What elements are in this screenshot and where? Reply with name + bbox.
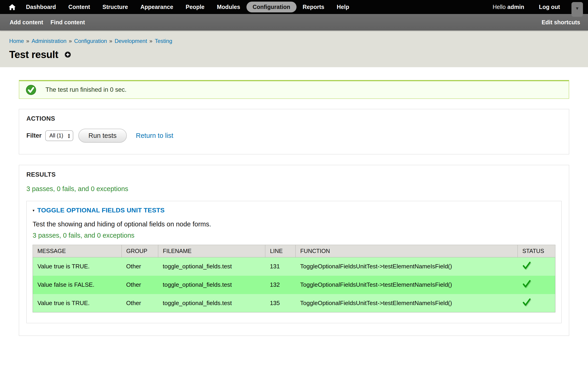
cell-filename: toggle_optional_fields.test (158, 276, 265, 294)
cell-group: Other (121, 257, 158, 276)
test-group-summary: 3 passes, 0 fails, and 0 exceptions (33, 232, 555, 239)
menu-item-structure[interactable]: Structure (96, 2, 134, 12)
cell-message: Value false is FALSE. (33, 276, 122, 294)
select-arrows-icon: ▲ ▼ (67, 133, 70, 139)
cell-filename: toggle_optional_fields.test (158, 294, 265, 312)
column-header-line: LINE (265, 245, 296, 257)
cell-line: 135 (265, 294, 296, 312)
status-ok-icon (26, 85, 36, 95)
pass-check-icon (522, 280, 531, 290)
pass-check-icon (522, 298, 531, 308)
filter-label: Filter (26, 132, 42, 139)
actions-heading: ACTIONS (26, 115, 562, 122)
table-header-row: MESSAGE GROUP FILENAME LINE FUNCTION STA… (33, 245, 555, 257)
results-heading: RESULTS (26, 171, 562, 178)
column-header-filename: FILENAME (158, 245, 265, 257)
results-table: MESSAGE GROUP FILENAME LINE FUNCTION STA… (33, 245, 555, 312)
breadcrumb-separator: » (26, 38, 29, 44)
breadcrumb-development[interactable]: Development (115, 38, 147, 44)
cell-line: 132 (265, 276, 296, 294)
chevron-down-icon: ▼ (575, 6, 579, 17)
cell-status (518, 294, 555, 312)
page-header: Home»Administration»Configuration»Develo… (0, 31, 588, 67)
status-message-text: The test run finished in 0 sec. (45, 86, 127, 93)
cell-status (518, 257, 555, 276)
column-header-function: FUNCTION (296, 245, 518, 257)
breadcrumb-home[interactable]: Home (9, 38, 24, 44)
cell-status (518, 276, 555, 294)
table-row: Value false is FALSE. Other toggle_optio… (33, 276, 555, 294)
home-button[interactable] (5, 4, 20, 10)
column-header-group: GROUP (121, 245, 158, 257)
actions-panel: ACTIONS Filter All (1) ▲ ▼ Run tests Ret… (19, 109, 569, 154)
cell-filename: toggle_optional_fields.test (158, 257, 265, 276)
cell-group: Other (121, 276, 158, 294)
table-row: Value true is TRUE. Other toggle_optiona… (33, 257, 555, 276)
menu-item-content[interactable]: Content (62, 2, 96, 12)
filter-select[interactable]: All (1) ▲ ▼ (45, 130, 73, 141)
breadcrumb-separator: » (149, 38, 152, 44)
results-panel: RESULTS 3 passes, 0 fails, and 0 excepti… (19, 165, 569, 336)
toolbar-menu: Dashboard Content Structure Appearance P… (20, 2, 355, 12)
status-message: The test run finished in 0 sec. (19, 80, 569, 99)
page-title: Test result (9, 49, 58, 60)
cell-line: 131 (265, 257, 296, 276)
add-circle-icon[interactable] (64, 51, 71, 58)
admin-toolbar: Dashboard Content Structure Appearance P… (0, 0, 588, 14)
menu-item-people[interactable]: People (179, 2, 211, 12)
toolbar-user-area: Hello admin Log out (493, 0, 560, 14)
breadcrumb-configuration[interactable]: Configuration (74, 38, 107, 44)
run-tests-button[interactable]: Run tests (78, 129, 127, 143)
edit-shortcuts-link[interactable]: Edit shortcuts (542, 19, 581, 26)
menu-item-help[interactable]: Help (330, 2, 355, 12)
cell-function: ToggleOptionalFieldsUnitTest->testElemen… (296, 294, 518, 312)
user-greeting: Hello admin (493, 4, 524, 10)
menu-item-modules[interactable]: Modules (211, 2, 246, 12)
cell-function: ToggleOptionalFieldsUnitTest->testElemen… (296, 257, 518, 276)
breadcrumb-separator: » (69, 38, 72, 44)
shortcut-add-content[interactable]: Add content (7, 19, 47, 26)
test-group-legend[interactable]: ▾ TOGGLE OPTIONAL FIELDS UNIT TESTS (33, 207, 165, 214)
return-to-list-link[interactable]: Return to list (136, 132, 173, 140)
cell-message: Value true is TRUE. (33, 294, 122, 312)
pass-check-icon (522, 261, 531, 271)
collapse-triangle-icon: ▾ (33, 208, 35, 213)
cell-message: Value true is TRUE. (33, 257, 122, 276)
breadcrumb: Home»Administration»Configuration»Develo… (9, 38, 579, 44)
column-header-message: MESSAGE (33, 245, 122, 257)
menu-item-appearance[interactable]: Appearance (134, 2, 179, 12)
username: admin (507, 4, 524, 10)
shortcuts-bar: Add content Find content Edit shortcuts (0, 14, 588, 31)
breadcrumb-testing[interactable]: Testing (155, 38, 172, 44)
results-summary: 3 passes, 0 fails, and 0 exceptions (26, 185, 562, 193)
toolbar-toggle-button[interactable]: ▼ (571, 2, 583, 17)
column-header-status: STATUS (518, 245, 555, 257)
table-row: Value true is TRUE. Other toggle_optiona… (33, 294, 555, 312)
cell-function: ToggleOptionalFieldsUnitTest->testElemen… (296, 276, 518, 294)
menu-item-dashboard[interactable]: Dashboard (20, 2, 62, 12)
logout-link[interactable]: Log out (539, 4, 560, 10)
test-group-fieldset: ▾ TOGGLE OPTIONAL FIELDS UNIT TESTS Test… (26, 201, 562, 323)
shortcut-find-content[interactable]: Find content (47, 19, 89, 26)
breadcrumb-administration[interactable]: Administration (32, 38, 66, 44)
menu-item-reports[interactable]: Reports (296, 2, 330, 12)
main-content: The test run finished in 0 sec. ACTIONS … (0, 80, 588, 336)
filter-select-value: All (1) (49, 133, 67, 139)
home-icon (9, 4, 16, 10)
cell-group: Other (121, 294, 158, 312)
menu-item-configuration[interactable]: Configuration (246, 2, 296, 12)
test-group-description: Test the showing and hiding of optional … (33, 220, 555, 228)
breadcrumb-separator: » (109, 38, 112, 44)
test-group-title: TOGGLE OPTIONAL FIELDS UNIT TESTS (37, 207, 165, 214)
